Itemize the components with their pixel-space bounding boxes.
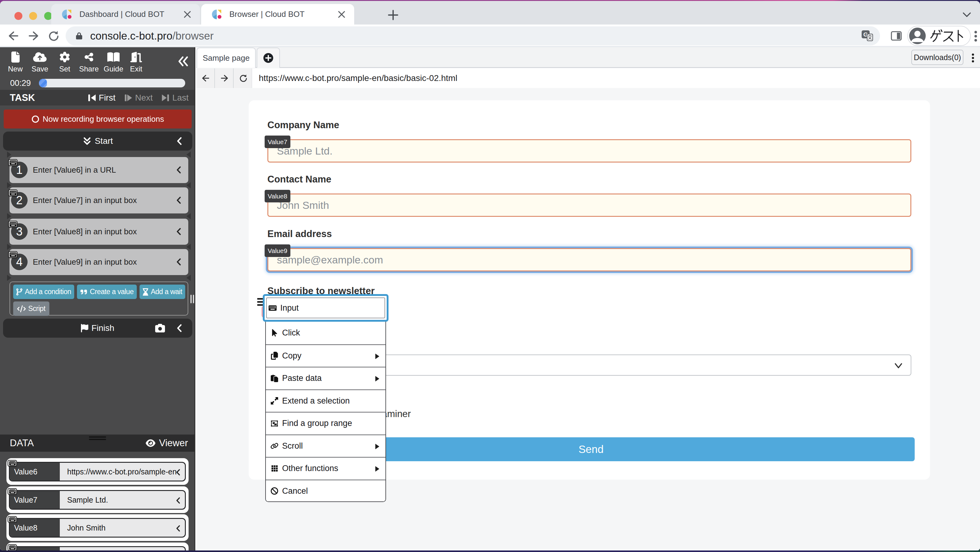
step-3[interactable]: 3 Enter [Value8] in an input box: [10, 219, 188, 245]
step-label: Enter [Value7] in an input box: [33, 188, 137, 213]
data-drag-handle[interactable]: [89, 436, 106, 440]
menu-item-find-group-range[interactable]: Find a group range: [266, 412, 385, 434]
menu-item-input-highlight[interactable]: Input: [263, 294, 388, 322]
keyboard-badge: [8, 488, 17, 495]
macos-close-button[interactable]: [14, 12, 22, 20]
script-button[interactable]: Script: [13, 301, 49, 316]
omnibox[interactable]: console.c-bot.pro/browser: [65, 26, 880, 45]
remote-forward-button[interactable]: [215, 68, 234, 88]
finish-section-header[interactable]: Finish: [3, 319, 192, 338]
step-4[interactable]: 4 Enter [Value9] in an input box: [10, 249, 188, 275]
step-chevron-icon[interactable]: [176, 196, 181, 205]
menu-item-scroll[interactable]: Scroll: [266, 434, 385, 457]
select-chevron-icon: [894, 362, 903, 369]
task-header: TASK First Next Last: [0, 90, 195, 105]
menu-item-extend-selection[interactable]: Extend a selection: [266, 390, 385, 412]
data-row-value8[interactable]: Value8 John Smith: [6, 514, 189, 541]
remote-back-button[interactable]: [196, 68, 215, 88]
task-first-button[interactable]: First: [88, 93, 115, 103]
add-condition-button[interactable]: Add a condition: [13, 285, 74, 299]
task-last-button[interactable]: Last: [161, 93, 189, 103]
actions-row: Add a condition Create a value Add a wai…: [13, 285, 185, 299]
task-title: TASK: [10, 92, 88, 103]
page-viewport: Company Name Value7 Contact Name Value8 …: [196, 88, 980, 550]
contact-name-input[interactable]: [267, 194, 911, 217]
company-name-label: Company Name: [267, 119, 339, 130]
create-value-button[interactable]: Create a value: [77, 285, 137, 299]
sidebar-tool-save[interactable]: Save: [26, 51, 54, 73]
next-icon: [124, 94, 132, 102]
menu-item-input[interactable]: Input: [266, 297, 385, 318]
step-chevron-icon[interactable]: [176, 227, 181, 236]
sidebar-tool-exit[interactable]: Exit: [123, 51, 150, 73]
value7-badge: Value7: [265, 135, 290, 148]
quote-icon: [80, 288, 88, 296]
start-section-header[interactable]: Start: [3, 132, 192, 151]
avatar: [909, 28, 926, 44]
link-icon: [270, 442, 278, 450]
remote-tab-sample-page[interactable]: Sample page: [197, 48, 256, 68]
keyboard-icon: [9, 461, 16, 466]
chrome-tab-browser[interactable]: Browser | Cloud BOT: [201, 4, 354, 24]
value-name: Value7: [10, 491, 60, 509]
company-name-input[interactable]: [267, 139, 911, 162]
new-tab-icon[interactable]: [388, 10, 399, 21]
data-row-value6[interactable]: Value6 https://www.c-bot.pro/sample-en: [6, 458, 189, 485]
omnibox-url: console.c-bot.pro/browser: [90, 30, 861, 42]
data-viewer-button[interactable]: Viewer: [145, 437, 188, 449]
tool-label: Set: [59, 65, 70, 73]
browser-reload-icon[interactable]: [47, 30, 59, 42]
step-chevron-icon[interactable]: [176, 258, 181, 266]
tab-search-chevron-icon[interactable]: [962, 10, 972, 19]
remote-menu-kebab-icon[interactable]: [971, 53, 974, 62]
data-row-value7[interactable]: Value7 Sample Ltd.: [6, 486, 189, 513]
browser-back-icon[interactable]: [7, 30, 19, 42]
sidebar-resize-grip[interactable]: [191, 295, 194, 303]
value-chevron-icon[interactable]: [176, 496, 181, 504]
tab-close-icon[interactable]: [337, 10, 346, 19]
pointer-icon: [270, 329, 278, 337]
remote-new-tab-button[interactable]: [257, 48, 280, 68]
profile-button[interactable]: ゲスト: [907, 26, 971, 46]
last-icon: [161, 94, 170, 102]
keyboard-icon: [10, 222, 17, 227]
menu-item-cancel[interactable]: Cancel: [266, 480, 385, 502]
add-wait-button[interactable]: Add a wait: [140, 285, 185, 299]
value-name: Value8: [10, 519, 60, 537]
paste-icon: [270, 374, 278, 382]
hourglass-icon: [143, 288, 148, 296]
remote-reload-button[interactable]: [234, 68, 252, 88]
chrome-toolbar: console.c-bot.pro/browser ゲスト: [0, 24, 980, 47]
side-panel-icon[interactable]: [891, 31, 902, 41]
remote-navbar: https://www.c-bot.pro/sample-en/basic/ba…: [196, 68, 980, 89]
step-chevron-icon[interactable]: [176, 165, 181, 174]
translate-icon[interactable]: [861, 30, 873, 42]
sidebar-tool-new[interactable]: New: [2, 51, 29, 73]
sidebar-tool-set[interactable]: Set: [51, 51, 78, 73]
downloads-button[interactable]: Downloads(0): [911, 50, 963, 65]
email-address-input[interactable]: [267, 248, 911, 271]
step-2[interactable]: 2 Enter [Value7] in an input box: [10, 188, 188, 213]
data-row-value9[interactable]: Value9: [6, 542, 189, 550]
step-1[interactable]: 1 Enter [Value6] in a URL: [10, 157, 188, 183]
macos-minimize-button[interactable]: [29, 12, 37, 20]
browser-forward-icon[interactable]: [27, 30, 39, 42]
chrome-tab-dashboard[interactable]: Dashboard | Cloud BOT: [51, 4, 200, 24]
record-icon: [31, 115, 40, 123]
sidebar-collapse-icon[interactable]: [176, 56, 189, 67]
value-chevron-icon[interactable]: [176, 468, 181, 476]
chrome-menu-kebab-icon[interactable]: [974, 31, 978, 42]
menu-item-copy[interactable]: Copy: [266, 344, 385, 367]
menu-item-paste-data[interactable]: Paste data: [266, 367, 385, 390]
remote-url-field[interactable]: https://www.c-bot.pro/sample-en/basic/ba…: [252, 68, 980, 88]
value-chevron-icon[interactable]: [176, 524, 181, 532]
collapse-chevron-icon[interactable]: [176, 137, 183, 146]
tab-close-icon[interactable]: [183, 10, 192, 19]
menu-item-click[interactable]: Click: [266, 322, 385, 344]
submenu-caret: [375, 376, 379, 382]
sidebar-tool-share[interactable]: Share: [75, 51, 103, 73]
menu-item-other-functions[interactable]: Other functions: [266, 457, 385, 480]
collapse-chevron-icon[interactable]: [176, 323, 183, 333]
task-next-button[interactable]: Next: [124, 93, 153, 103]
camera-icon[interactable]: [154, 323, 166, 333]
